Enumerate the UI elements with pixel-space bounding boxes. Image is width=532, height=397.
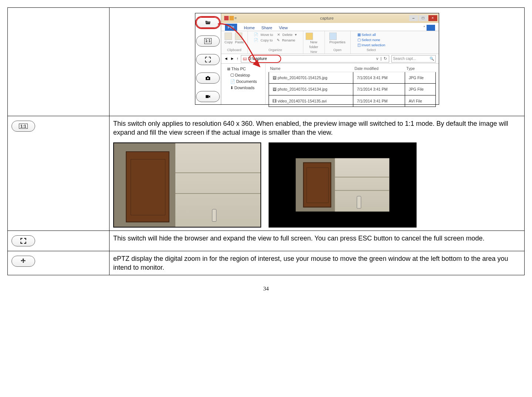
search-icon: 🔍 xyxy=(430,56,434,61)
new-group-label: New xyxy=(310,50,317,54)
record-button[interactable] xyxy=(196,91,220,102)
tab-file[interactable]: File xyxy=(225,24,238,31)
one-to-one-button[interactable]: 1:1 xyxy=(196,36,220,47)
moveto-icon[interactable]: 📄 xyxy=(254,33,258,37)
maximize-button[interactable]: □ xyxy=(419,15,428,21)
preview-one-to-one-mode xyxy=(269,142,417,228)
delete-label: Delete xyxy=(282,33,292,37)
open-group-label: Open xyxy=(333,48,341,52)
window-title: capture xyxy=(245,16,409,21)
row2-content-cell: This switch only applies to resolution 6… xyxy=(110,116,525,231)
table-row[interactable]: 🖼 photo_20140701-154134.jpg7/1/2014 3:41… xyxy=(269,84,435,95)
fullscreen-row-button[interactable] xyxy=(11,235,35,246)
folder-open-button[interactable] xyxy=(196,17,220,28)
moveto-label: Move to xyxy=(260,33,273,37)
capture-app-sidebar: 1:1 xyxy=(195,13,221,104)
nav-desktop[interactable]: 🖵 Desktop xyxy=(223,72,264,78)
col-name[interactable]: Name xyxy=(269,65,353,72)
select-all-button[interactable]: ▦ Select all xyxy=(357,33,376,37)
nav-downloads[interactable]: ⬇ Downloads xyxy=(223,85,264,91)
fullscreen-icon xyxy=(205,56,211,63)
video-file-icon: 🎞 xyxy=(273,99,278,103)
explorer-nav-pane: 🖥 This PC 🖵 Desktop 📄 Documents ⬇ Downlo… xyxy=(221,64,266,104)
paste-icon[interactable] xyxy=(235,33,242,40)
table-row[interactable]: 🎞 video_20140701-154135.avi7/1/2014 3:41… xyxy=(269,95,435,107)
ribbon: Copy Paste Clipboard 📄Move to ✕ Delete ▾… xyxy=(221,31,439,54)
properties-label: Properties xyxy=(329,40,345,45)
manual-table: 1:1 xyxy=(7,7,525,275)
row3-content-cell: This switch will hide the browser and ex… xyxy=(110,231,525,251)
tab-view[interactable]: View xyxy=(279,25,288,31)
row4-icon-cell xyxy=(8,251,110,275)
copyto-label: Copy to xyxy=(260,38,273,43)
row4-content-cell: ePTZ display the digital zoom in for the… xyxy=(110,251,525,275)
paste-label: Paste xyxy=(235,40,244,45)
row2-description: This switch only applies to resolution 6… xyxy=(113,119,521,137)
svg-point-0 xyxy=(207,78,209,80)
tab-home[interactable]: Home xyxy=(244,25,255,31)
app-icon xyxy=(224,16,229,20)
address-bar[interactable]: 🖴 D:\capture v | ↻ xyxy=(241,55,389,63)
row2-icon-cell: 1:1 xyxy=(8,116,110,231)
invert-selection-button[interactable]: ◫ Invert selection xyxy=(357,43,385,48)
one-to-one-icon: 1:1 xyxy=(19,124,28,129)
file-list: Name Date modified Type 🖼 photo_20140701… xyxy=(266,64,439,104)
one-to-one-icon: 1:1 xyxy=(204,38,212,44)
new-folder-icon[interactable] xyxy=(306,33,313,40)
select-group-label: Select xyxy=(367,48,376,52)
tab-share[interactable]: Share xyxy=(262,25,272,31)
folder-open-icon xyxy=(205,19,211,26)
newfolder-label: New folder xyxy=(306,40,322,50)
nav-this-pc[interactable]: 🖥 This PC xyxy=(223,66,264,72)
path-highlight-callout xyxy=(249,55,281,63)
search-box[interactable]: Search capt... 🔍 xyxy=(391,55,436,63)
snapshot-button[interactable] xyxy=(196,73,220,84)
col-type[interactable]: Type xyxy=(405,65,435,72)
page-number: 34 xyxy=(7,286,525,292)
properties-icon[interactable] xyxy=(329,33,337,40)
eptz-move-icon xyxy=(20,258,27,265)
address-bar-row: ◄ ► ↑ 🖴 D:\capture v | ↻ Search capt... xyxy=(221,54,439,64)
app-icon-2 xyxy=(229,16,234,20)
row4-description: ePTZ display the digital zoom in for the… xyxy=(113,254,521,272)
rename-label: Rename xyxy=(282,38,295,43)
eptz-row-button[interactable] xyxy=(11,256,35,267)
window-titlebar: = capture – □ × xyxy=(221,13,439,23)
close-button[interactable]: × xyxy=(428,15,437,21)
nav-fwd-icon[interactable]: ► xyxy=(230,56,234,61)
organize-group-label: Organize xyxy=(269,48,282,52)
copy-label: Copy xyxy=(225,40,233,45)
col-date[interactable]: Date modified xyxy=(353,65,405,72)
row3-icon-cell xyxy=(8,231,110,251)
search-placeholder: Search capt... xyxy=(393,56,416,61)
drive-icon: 🖴 xyxy=(243,56,247,61)
copyto-icon[interactable]: 📄 xyxy=(254,38,258,43)
image-file-icon: 🖼 xyxy=(273,87,278,91)
nav-documents[interactable]: 📄 Documents xyxy=(223,78,264,85)
record-icon xyxy=(205,93,211,100)
row3-description: This switch will hide the browser and ex… xyxy=(113,234,521,243)
fullscreen-sidebar-button[interactable] xyxy=(196,54,220,65)
select-none-button[interactable]: ▢ Select none xyxy=(357,38,380,43)
minimize-button[interactable]: – xyxy=(409,15,418,21)
preview-comparison xyxy=(113,142,521,228)
ribbon-tabs: File Home Share View ˄ ? xyxy=(221,23,439,31)
one-to-one-row-button[interactable]: 1:1 xyxy=(11,121,35,132)
row1-content-cell: 1:1 xyxy=(110,8,525,116)
clipboard-group-label: Clipboard xyxy=(227,48,242,52)
camera-icon xyxy=(205,75,211,81)
copy-icon[interactable] xyxy=(225,33,232,40)
row1-icon-cell xyxy=(8,8,110,116)
image-file-icon: 🖼 xyxy=(273,75,278,80)
table-row[interactable]: 🖼 photo_20140701-154125.jpg7/1/2014 3:41… xyxy=(269,72,435,84)
preview-fill-mode xyxy=(113,142,261,228)
nav-back-icon[interactable]: ◄ xyxy=(224,56,228,61)
explorer-window: 1:1 xyxy=(195,13,439,105)
fullscreen-icon xyxy=(20,238,27,244)
ribbon-collapse-icon[interactable]: ˄ ? xyxy=(423,25,435,31)
nav-up-icon[interactable]: ↑ xyxy=(236,56,239,61)
